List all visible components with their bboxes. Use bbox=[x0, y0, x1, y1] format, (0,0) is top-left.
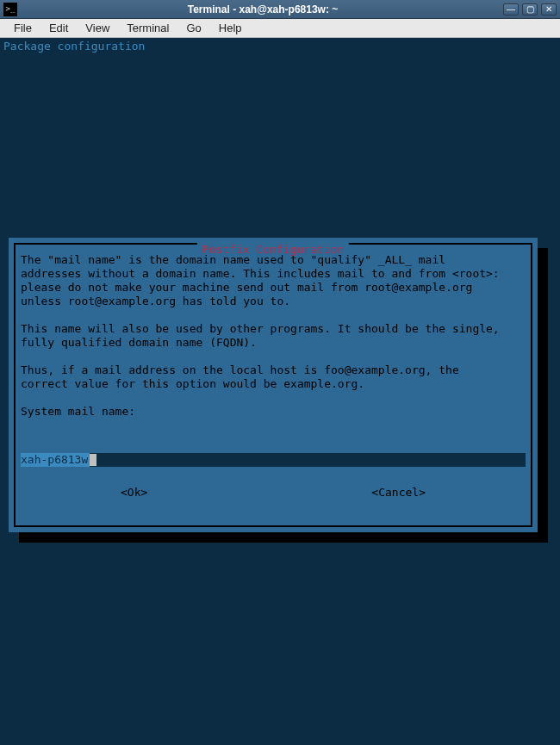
terminal-app-icon: >_ bbox=[3, 3, 17, 16]
dialog-buttons: <Ok> <Cancel> bbox=[9, 486, 538, 500]
menubar: File Edit View Terminal Go Help bbox=[0, 19, 560, 38]
maximize-button[interactable]: ▢ bbox=[522, 3, 538, 16]
menu-edit[interactable]: Edit bbox=[40, 20, 77, 36]
menu-go[interactable]: Go bbox=[177, 20, 209, 36]
window-title: Terminal - xah@xah-p6813w: ~ bbox=[22, 3, 503, 16]
dialog-body: The "mail name" is the domain name used … bbox=[21, 253, 526, 419]
cancel-button[interactable]: <Cancel> bbox=[371, 486, 426, 500]
terminal-area[interactable]: Package configuration Postfix Configurat… bbox=[0, 38, 560, 745]
postfix-dialog: Postfix Configuration The "mail name" is… bbox=[9, 238, 538, 532]
titlebar[interactable]: >_ Terminal - xah@xah-p6813w: ~ — ▢ ✕ bbox=[0, 0, 560, 19]
menu-view[interactable]: View bbox=[77, 20, 118, 36]
minimize-button[interactable]: — bbox=[503, 3, 519, 16]
text-cursor bbox=[90, 454, 96, 466]
mail-name-value: xah-p6813w bbox=[21, 453, 90, 467]
terminal-window: >_ Terminal - xah@xah-p6813w: ~ — ▢ ✕ Fi… bbox=[0, 0, 560, 745]
window-controls: — ▢ ✕ bbox=[503, 3, 557, 16]
menu-help[interactable]: Help bbox=[210, 20, 251, 36]
package-config-header: Package configuration bbox=[3, 40, 557, 53]
ok-button[interactable]: <Ok> bbox=[121, 486, 147, 500]
menu-terminal[interactable]: Terminal bbox=[118, 20, 177, 36]
menu-file[interactable]: File bbox=[5, 20, 40, 36]
close-button[interactable]: ✕ bbox=[541, 3, 557, 16]
mail-name-input[interactable]: xah-p6813w bbox=[21, 453, 526, 467]
